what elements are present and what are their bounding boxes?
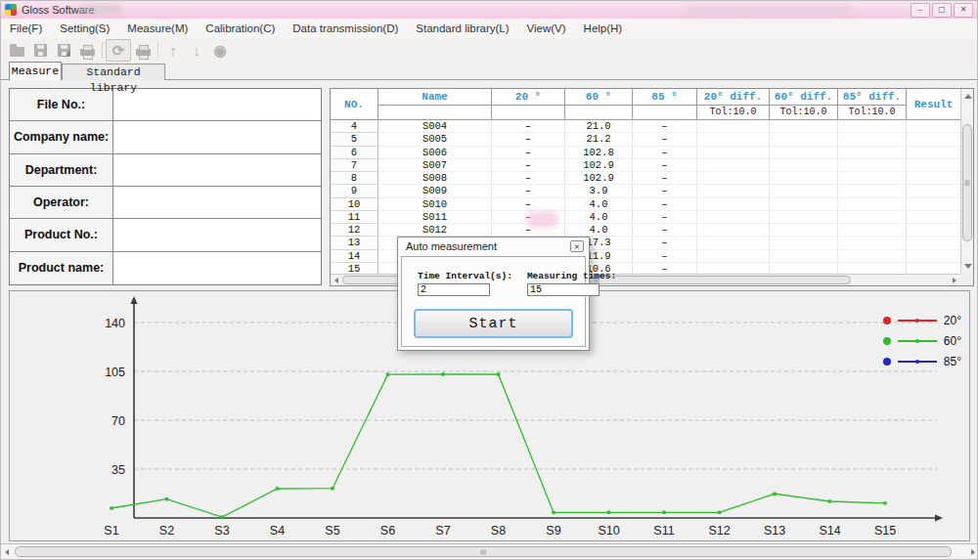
col-85: 85 ° [633,89,697,119]
col-no: NO. [331,89,378,119]
bottom-scroll-thumb[interactable] [15,546,952,557]
title-bar[interactable]: Gloss Software – ▢ ✕ [1,1,977,20]
menu-item-file[interactable]: File(F) [1,19,51,38]
menu-item-setting[interactable]: Setting(S) [51,19,118,38]
auto-measurement-dialog[interactable]: Auto measurement ✕ Time Interval(s): Mea… [397,237,590,351]
table-row[interactable]: 7S007–102.9– [331,159,960,172]
menu-item-view[interactable]: View(V) [518,19,575,38]
tolerance-85: Tol:10.0 [838,106,906,118]
legend-line-icon [898,340,937,342]
form-input-company-name:[interactable] [113,121,321,152]
dialog-close-icon[interactable]: ✕ [570,240,584,252]
table-row[interactable]: 10S010–4.0– [331,198,960,211]
save-as-icon[interactable] [52,40,75,61]
form-input-department:[interactable] [113,154,321,186]
scroll-left-icon[interactable] [5,549,9,555]
legend-line-icon [898,320,937,322]
menu-item-standard-library[interactable]: Standard library(L) [407,19,517,38]
calibration-target-icon[interactable]: ◉ [208,40,232,61]
info-form: File No.:Company name:Department:Operato… [9,88,322,285]
toolbar-separator [102,42,103,59]
table-row[interactable]: 4S004–21.0– [331,120,960,133]
svg-text:S15: S15 [874,524,896,538]
form-row-product-no.:: Product No.: [10,219,321,251]
tab-standard-library[interactable]: Standard library [62,64,165,80]
svg-text:S1: S1 [104,524,118,538]
scroll-right-icon[interactable] [953,278,956,283]
legend-dot-icon [883,358,891,366]
form-input-file-no.:[interactable] [113,89,321,120]
tab-measure[interactable]: Measure [9,62,62,80]
svg-text:S11: S11 [653,524,674,538]
refresh-icon[interactable]: ⟳ [106,39,131,62]
time-interval-input[interactable] [418,283,490,296]
dialog-body: Time Interval(s): Measuring times: Start [401,256,586,347]
toolbar-separator [157,42,158,59]
start-button[interactable]: Start [414,309,573,338]
svg-text:S9: S9 [546,524,560,538]
table-row[interactable]: 11S011–4.0– [331,211,960,224]
menu-item-measure[interactable]: Measure(M) [118,19,197,38]
print-icon[interactable] [75,40,99,61]
form-input-product-name:[interactable] [113,252,321,284]
table-row[interactable]: 12S012–4.0– [331,224,960,237]
save-icon[interactable] [28,40,52,61]
upload-icon[interactable]: ↑ [161,40,185,61]
measuring-times-input[interactable] [527,283,600,296]
form-row-department:: Department: [10,154,321,187]
form-row-company-name:: Company name: [10,121,321,153]
legend-item-85: 85° [883,355,961,368]
scroll-up-icon[interactable] [964,94,972,99]
svg-text:S13: S13 [764,524,785,538]
scrollbar-corner [960,273,973,285]
print-report-icon[interactable] [131,40,155,61]
table-row[interactable]: 9S009–3.9– [331,185,960,197]
menu-item-calibration[interactable]: Calibration(C) [197,19,284,38]
bottom-scrollbar[interactable] [1,543,978,559]
minimize-button[interactable]: – [911,3,930,18]
table-vscroll-thumb[interactable] [962,124,972,241]
form-row-operator:: Operator: [10,187,321,219]
col-60-diff: 60° diff. Tol:10.0 [770,89,838,119]
dialog-title: Auto measurement [406,240,497,252]
form-input-operator:[interactable] [113,187,321,218]
maximize-button[interactable]: ▢ [932,3,952,18]
svg-text:140: 140 [105,317,125,330]
menu-item-help[interactable]: Help(H) [575,19,632,38]
menu-item-data-transmission[interactable]: Data transmission(D) [284,19,407,38]
open-file-icon[interactable] [5,40,28,61]
table-vertical-scrollbar[interactable] [960,89,973,274]
download-icon[interactable]: ↓ [185,40,208,61]
col-name: Name [378,89,492,119]
form-label-department:: Department: [10,154,113,187]
legend-dot-icon [883,317,891,324]
scroll-right-icon[interactable] [971,549,975,555]
legend-line-icon [898,361,937,363]
col-20-diff: 20° diff. Tol:10.0 [697,89,770,119]
col-20: 20 ° [492,89,565,119]
legend-item-60: 60° [883,334,961,348]
table-row[interactable]: 8S008–102.9– [331,172,960,185]
toolbar: ⟳↑↓◉ [1,38,977,62]
svg-text:S12: S12 [708,524,730,538]
form-row-file-no.:: File No.: [10,89,321,121]
svg-text:35: 35 [111,463,125,477]
col-60: 60 ° [565,89,633,119]
svg-text:S7: S7 [435,524,450,538]
svg-text:S3: S3 [214,524,229,538]
legend-label: 20° [944,314,961,327]
svg-text:S2: S2 [159,524,174,538]
close-button[interactable]: ✕ [954,3,973,18]
scroll-left-icon[interactable] [334,278,338,283]
tab-strip: Measure Standard library [1,62,977,80]
svg-text:S10: S10 [598,524,619,538]
legend-label: 60° [944,334,961,348]
app-icon [5,4,17,16]
chart-legend: 20°60°85° [883,314,961,375]
table-row[interactable]: 6S006–102.8– [331,147,960,159]
form-row-product-name:: Product name: [10,252,321,284]
scroll-down-icon[interactable] [964,264,972,269]
col-85-diff: 85° diff. Tol:10.0 [838,89,907,119]
table-row[interactable]: 5S005–21.2– [331,133,960,146]
form-input-product-no.:[interactable] [113,219,321,250]
